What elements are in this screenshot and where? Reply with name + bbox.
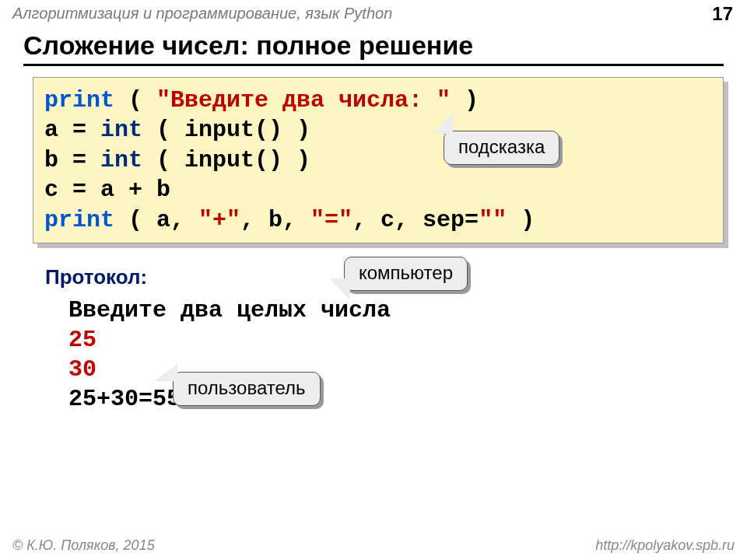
callout-computer: компьютер [344, 257, 468, 291]
code-text: ( a, [114, 207, 198, 233]
callout-bubble: пользователь [173, 372, 321, 406]
code-string: "=" [310, 207, 352, 233]
callout-tail [426, 112, 453, 134]
code-kw-print: print [44, 207, 114, 233]
callout-bubble: подсказка [444, 131, 559, 165]
code-string: "+" [198, 207, 240, 233]
code-content: print ( "Введите два числа: " ) a = int … [33, 77, 724, 243]
code-kw-print: print [44, 87, 114, 114]
protocol-line-output: 25+30=55 [68, 386, 747, 412]
title-underline [23, 64, 724, 66]
page-number: 17 [712, 3, 733, 25]
callout-user: пользователь [173, 372, 321, 406]
protocol-line-input: 25 [68, 327, 747, 353]
callout-tail [324, 278, 350, 300]
code-text: ( [114, 87, 156, 114]
code-text: ( input() ) [142, 117, 310, 143]
subject-header: Алгоритмизация и программирование, язык … [0, 0, 747, 24]
code-text: ) [507, 207, 535, 233]
code-block: print ( "Введите два числа: " ) a = int … [33, 77, 724, 243]
callout-tail [149, 364, 177, 381]
code-text: c = a + b [44, 177, 170, 203]
callout-hint: подсказка [444, 131, 559, 165]
code-text: ) [451, 87, 479, 114]
code-text: a = [44, 117, 100, 143]
protocol-line-prompt: Введите два целых числа [68, 297, 747, 324]
code-string: "" [479, 207, 507, 233]
code-kw-int: int [100, 117, 142, 143]
code-text: ( input() ) [142, 147, 310, 173]
slide: Алгоритмизация и программирование, язык … [0, 0, 747, 560]
code-string: "Введите два числа: " [156, 87, 451, 114]
callout-bubble: компьютер [344, 257, 468, 291]
slide-title: Сложение чисел: полное решение [0, 24, 747, 64]
footer-url: http://kpolyakov.spb.ru [595, 537, 735, 554]
code-kw-int: int [100, 147, 142, 173]
code-text: , c, sep= [352, 207, 479, 233]
code-text: b = [44, 147, 100, 173]
footer-copyright: © К.Ю. Поляков, 2015 [12, 537, 155, 554]
code-text: , b, [240, 207, 310, 233]
